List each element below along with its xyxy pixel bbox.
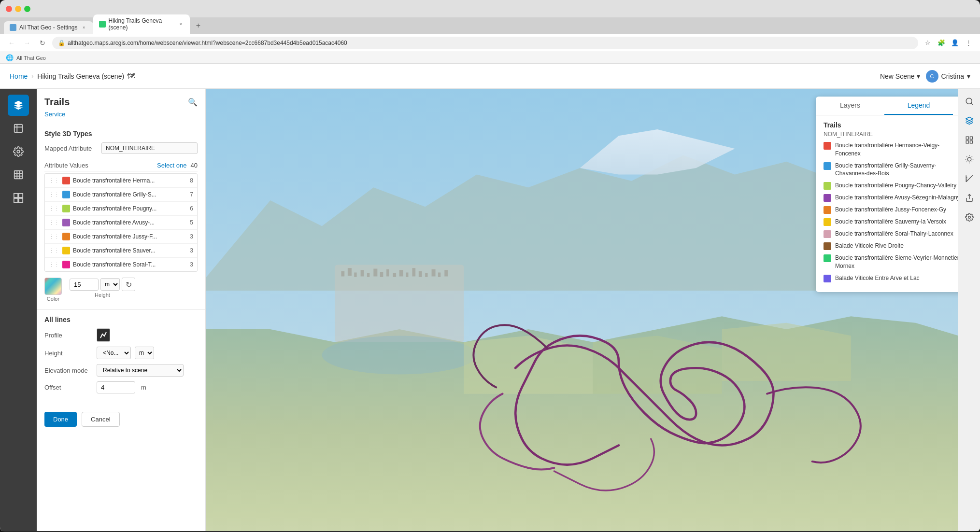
- reload-button[interactable]: ↻: [37, 37, 48, 49]
- attr-name-6: Boucle transfrontalière Sauver...: [73, 247, 183, 254]
- list-item[interactable]: ⋮⋮ Boucle transfrontalière Sauver... 3: [45, 244, 197, 258]
- refresh-button[interactable]: ↻: [122, 278, 135, 291]
- svg-line-42: [966, 156, 967, 157]
- profile-swatch[interactable]: [97, 328, 110, 342]
- menu-icon[interactable]: ⋮: [963, 37, 974, 49]
- minimize-traffic-light[interactable]: [15, 6, 21, 12]
- scene-title: Hiking Trails Geneva (scene) 🗺: [37, 72, 135, 81]
- service-link[interactable]: Service: [44, 111, 65, 118]
- svg-point-54: [968, 216, 970, 219]
- attr-count-4: 5: [185, 219, 193, 226]
- trails-title: Trails: [44, 97, 70, 108]
- legend-name-8: Balade Viticole Rive Droite: [835, 242, 904, 250]
- list-item[interactable]: ⋮⋮ Boucle transfrontalière Herma... 8: [45, 174, 197, 188]
- bookmark-icon[interactable]: ☆: [922, 37, 934, 49]
- tab-legend[interactable]: Legend: [884, 97, 953, 115]
- list-item[interactable]: ⋮⋮ Boucle transfrontalière Avusy-... 5: [45, 216, 197, 230]
- close-traffic-light[interactable]: [6, 6, 12, 12]
- sidebar-icon-settings[interactable]: [8, 141, 29, 162]
- elevation-select[interactable]: Relative to scene On the ground Relative…: [97, 364, 184, 377]
- list-item[interactable]: ⋮⋮ Boucle transfrontalière Pougny... 6: [45, 202, 197, 216]
- url-bar[interactable]: 🔒 allthatgeo.maps.arcgis.com/home/websce…: [52, 37, 918, 49]
- svg-rect-12: [341, 271, 345, 277]
- drag-handle: ⋮⋮: [49, 248, 59, 254]
- attr-count-7: 3: [185, 261, 193, 268]
- measure-toolbar-button[interactable]: [961, 170, 978, 187]
- legend-content: Trails NOM_ITINERAIRE Boucle transfronta…: [816, 115, 970, 292]
- sun-toolbar-button[interactable]: [961, 151, 978, 168]
- extensions-icon[interactable]: 🧩: [936, 37, 947, 49]
- traffic-lights: [6, 6, 30, 12]
- left-sidebar: [0, 89, 37, 531]
- tab-close-scene[interactable]: ×: [178, 21, 184, 28]
- sidebar-icon-analysis[interactable]: [8, 187, 29, 209]
- list-item[interactable]: ⋮⋮ Boucle transfrontalière Grilly-S... 7: [45, 188, 197, 202]
- height-field-row: Height <No... m ft: [44, 347, 198, 359]
- tools-toolbar-button[interactable]: [961, 209, 978, 226]
- maximize-traffic-light[interactable]: [24, 6, 30, 12]
- sidebar-icon-layers[interactable]: [8, 95, 29, 116]
- legend-color-5: [824, 206, 831, 214]
- home-link[interactable]: Home: [10, 72, 28, 80]
- svg-rect-15: [361, 270, 364, 276]
- offset-input[interactable]: [97, 381, 135, 393]
- svg-rect-18: [380, 272, 383, 277]
- done-button[interactable]: Done: [44, 412, 77, 427]
- search-button[interactable]: [961, 93, 978, 110]
- extension-label: All That Geo: [16, 55, 46, 61]
- grid-toolbar-button[interactable]: [961, 131, 978, 149]
- new-tab-button[interactable]: +: [192, 19, 205, 32]
- new-scene-button[interactable]: New Scene ▾: [880, 72, 920, 80]
- trails-search-icon[interactable]: 🔍: [188, 98, 198, 107]
- height-field-select[interactable]: <No...: [97, 347, 131, 359]
- forward-button[interactable]: →: [21, 37, 33, 49]
- height-unit-select[interactable]: m ft: [100, 278, 120, 291]
- map-area[interactable]: Layers Legend × Trails NOM_ITINERAIRE Bo…: [206, 89, 980, 531]
- browser-window: All That Geo - Settings × Hiking Trails …: [0, 0, 980, 532]
- list-item: Boucle transfrontalière Grilly-Sauverny-…: [824, 162, 963, 178]
- tab-bar: All That Geo - Settings × Hiking Trails …: [0, 17, 980, 34]
- user-menu-button[interactable]: C Cristina ▾: [926, 70, 970, 83]
- tab-close-settings[interactable]: ×: [81, 24, 87, 31]
- svg-rect-37: [970, 141, 972, 143]
- profile-icon[interactable]: 👤: [949, 37, 961, 49]
- list-item[interactable]: ⋮⋮ Boucle transfrontalière Soral-T... 3: [45, 258, 197, 271]
- profile-row: Profile: [44, 328, 198, 342]
- legend-name-9: Boucle transfrontalière Sierne-Veyrier-M…: [835, 254, 963, 270]
- height-input[interactable]: [70, 279, 99, 291]
- svg-rect-14: [354, 273, 356, 277]
- tab-layers[interactable]: Layers: [816, 97, 884, 115]
- legend-color-4: [824, 194, 831, 202]
- sidebar-icon-table[interactable]: [8, 164, 29, 185]
- cancel-button[interactable]: Cancel: [82, 412, 119, 427]
- back-button[interactable]: ←: [6, 37, 17, 49]
- tab-scene[interactable]: Hiking Trails Geneva (scene) ×: [93, 14, 190, 34]
- attribute-list: ⋮⋮ Boucle transfrontalière Herma... 8 ⋮⋮…: [44, 173, 198, 272]
- svg-rect-38: [966, 141, 968, 143]
- height-control: m ft ↻ Height: [70, 278, 135, 298]
- legend-color-6: [824, 218, 831, 226]
- list-item: Boucle transfrontalière Pougny-Chancy-Va…: [824, 182, 963, 190]
- attr-count-6: 3: [185, 247, 193, 254]
- tab-settings[interactable]: All That Geo - Settings ×: [4, 21, 93, 34]
- svg-rect-27: [438, 273, 440, 277]
- layers-toolbar-button[interactable]: [961, 112, 978, 129]
- attr-name-5: Boucle transfrontalière Jussy-F...: [73, 233, 183, 240]
- color-control: Color: [44, 278, 62, 302]
- svg-point-33: [966, 98, 972, 104]
- attr-color-1: [62, 177, 70, 184]
- svg-rect-3: [14, 194, 18, 197]
- style-section: Style 3D Types Mapped Attribute NOM_ITIN…: [37, 124, 205, 309]
- color-swatch[interactable]: [44, 278, 62, 295]
- list-item[interactable]: ⋮⋮ Boucle transfrontalière Jussy-F... 3: [45, 230, 197, 244]
- svg-rect-26: [432, 269, 436, 277]
- legend-name-4: Boucle transfrontalière Avusy-Sézegnin-M…: [835, 194, 960, 202]
- share-toolbar-button[interactable]: [961, 189, 978, 207]
- panel-footer: Done Cancel: [37, 404, 205, 434]
- height-field-unit-select[interactable]: m ft: [135, 347, 154, 359]
- select-one-button[interactable]: Select one: [157, 162, 186, 169]
- attr-color-6: [62, 247, 70, 254]
- legend-tabs: Layers Legend ×: [816, 97, 970, 115]
- sidebar-icon-basemap[interactable]: [8, 118, 29, 139]
- address-bar: ← → ↻ 🔒 allthatgeo.maps.arcgis.com/home/…: [0, 34, 980, 52]
